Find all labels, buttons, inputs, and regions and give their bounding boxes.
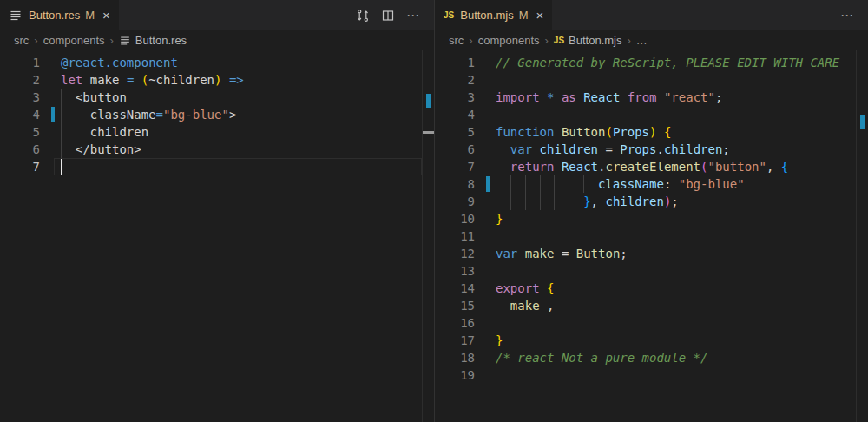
code-token: "bg-blue"	[679, 177, 745, 191]
indent-guide	[554, 175, 555, 193]
code-content: }, children);	[489, 193, 856, 210]
chevron-right-icon: ›	[110, 34, 114, 47]
code-line-6[interactable]: 6 var children = Props.children;	[435, 141, 856, 158]
breadcrumb-file[interactable]: Button.mjs	[569, 34, 621, 47]
code-line-1[interactable]: 1@react.component	[0, 54, 422, 71]
code-line-17[interactable]: 17}	[435, 332, 856, 349]
code-line-1[interactable]: 1// Generated by ReScript, PLEASE EDIT W…	[435, 54, 856, 71]
code-line-4[interactable]: 4 className="bg-blue">	[0, 106, 422, 123]
tab-label: Button.mjs	[460, 9, 513, 22]
chevron-right-icon: ›	[34, 34, 37, 47]
code-line-5[interactable]: 5 children	[0, 123, 422, 141]
code-line-9[interactable]: 9 }, children);	[435, 193, 856, 210]
code-token	[620, 90, 627, 104]
code-line-19[interactable]: 19	[435, 366, 856, 384]
breadcrumb-symbol-ellipsis[interactable]: …	[636, 34, 648, 47]
breadcrumb-segment[interactable]: components	[43, 34, 105, 47]
code-token: children	[540, 142, 598, 156]
line-number: 6	[0, 141, 40, 158]
more-actions-button[interactable]: ⋯	[840, 8, 854, 23]
editor-area: 1// Generated by ReScript, PLEASE EDIT W…	[435, 50, 868, 422]
indent-guide	[554, 193, 555, 210]
indent-guide	[510, 193, 511, 210]
code-line-5[interactable]: 5function Button(Props) {	[435, 123, 856, 141]
chevron-right-icon: ›	[628, 34, 631, 47]
code-token: Props	[613, 125, 649, 139]
code-token: ~children	[148, 73, 214, 87]
indent-guide	[540, 193, 541, 210]
open-changes-icon	[356, 9, 370, 23]
tab-button-res[interactable]: Button.resM×	[0, 0, 119, 30]
code-token: import	[496, 90, 540, 104]
code-line-16[interactable]: 16	[435, 314, 856, 332]
line-number: 5	[0, 123, 40, 141]
close-icon[interactable]: ×	[102, 9, 110, 22]
code-content: /* react Not a pure module */	[489, 349, 856, 366]
code-line-14[interactable]: 14export {	[435, 280, 856, 297]
indent-guide	[525, 193, 526, 210]
editor-actions: ⋯	[840, 0, 868, 30]
code-line-4[interactable]: 4	[435, 106, 856, 123]
tab-bar: JSButton.mjsM×⋯	[435, 0, 868, 30]
code-token	[496, 160, 510, 174]
code-line-3[interactable]: 3import * as React from "react";	[435, 89, 856, 106]
line-number: 9	[435, 193, 475, 210]
breadcrumb-segment[interactable]: components	[478, 34, 540, 47]
tab-button-mjs[interactable]: JSButton.mjsM×	[435, 0, 552, 30]
code-line-13[interactable]: 13	[435, 262, 856, 280]
code-line-2[interactable]: 2	[435, 71, 856, 89]
overview-modified-marker	[860, 115, 865, 129]
code-token	[134, 73, 141, 87]
code-line-10[interactable]: 10}	[435, 210, 856, 227]
gutter: 7	[0, 158, 54, 175]
code-line-2[interactable]: 2let make = (~children) =>	[0, 71, 422, 89]
code-line-7[interactable]: 7	[0, 158, 422, 175]
gutter: 6	[435, 141, 489, 158]
code-content: className: "bg-blue"	[489, 175, 856, 193]
code-token: "react"	[664, 90, 715, 104]
indent-guide	[61, 89, 62, 106]
indent-guide	[496, 141, 496, 158]
code-line-15[interactable]: 15 make ,	[435, 297, 856, 314]
code-line-7[interactable]: 7 return React.createElement("button", {	[435, 158, 856, 175]
code-line-12[interactable]: 12var make = Button;	[435, 245, 856, 262]
line-number: 3	[435, 89, 475, 106]
gutter: 1	[435, 54, 489, 71]
code-line-6[interactable]: 6 </button>	[0, 141, 422, 158]
code-token: // Generated by ReScript, PLEASE EDIT WI…	[496, 56, 839, 69]
code-token: =	[554, 247, 575, 260]
overview-ruler[interactable]	[422, 50, 434, 422]
split-editor-icon	[381, 9, 395, 23]
split-editor-button[interactable]	[381, 9, 395, 23]
indent-guide	[496, 175, 496, 193]
code-token	[540, 90, 547, 104]
indent-guide	[496, 297, 496, 314]
close-icon[interactable]: ×	[536, 9, 544, 22]
code-line-18[interactable]: 18/* react Not a pure module */	[435, 349, 856, 366]
code-token	[576, 90, 583, 104]
open-changes-button[interactable]	[356, 9, 370, 23]
code-token: ;	[722, 142, 729, 156]
indent-guide	[496, 193, 496, 210]
code-token: (	[141, 73, 148, 87]
breadcrumb-segment[interactable]: src	[14, 34, 29, 47]
code-token: function	[496, 125, 554, 139]
code-line-11[interactable]: 11	[435, 227, 856, 245]
breadcrumb-file[interactable]: Button.res	[135, 34, 187, 47]
text-cursor	[61, 159, 62, 175]
overview-ruler[interactable]	[856, 50, 868, 422]
more-actions-button[interactable]: ⋯	[406, 8, 420, 23]
gutter: 9	[435, 193, 489, 210]
breadcrumb-segment[interactable]: src	[449, 34, 464, 47]
code-content: </button>	[54, 141, 422, 158]
code-token: ,	[540, 299, 555, 313]
code-line-8[interactable]: 8 className: "bg-blue"	[435, 175, 856, 193]
gutter: 13	[435, 262, 489, 280]
code-token: "bg-blue"	[163, 108, 229, 122]
gutter: 4	[0, 106, 54, 123]
code-token: var	[496, 247, 517, 260]
indent-guide	[569, 193, 569, 210]
code-token: >	[229, 108, 236, 122]
line-number: 7	[435, 158, 475, 175]
code-line-3[interactable]: 3 <button	[0, 89, 422, 106]
